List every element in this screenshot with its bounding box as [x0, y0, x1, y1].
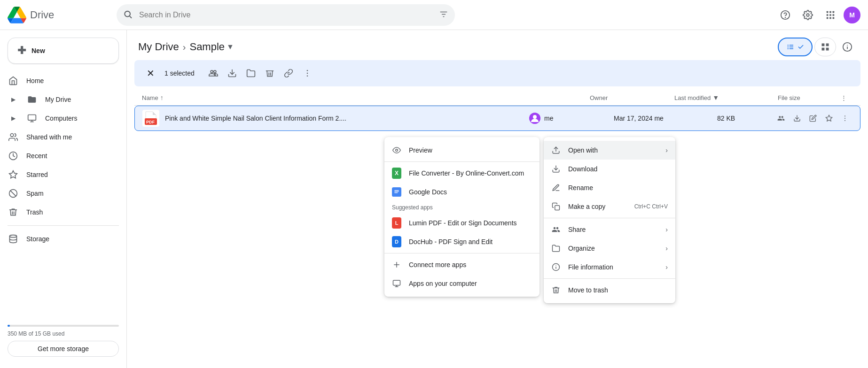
context-menu-organize[interactable]: Organize › [544, 239, 675, 258]
share-action-button[interactable] [204, 64, 223, 83]
rename-label: Rename [568, 184, 668, 192]
selection-actions [204, 64, 317, 83]
spam-icon [8, 189, 19, 198]
sidebar-item-storage-label: Storage [26, 235, 49, 243]
owner-avatar [529, 113, 540, 124]
sidebar-item-home[interactable]: Home [0, 71, 121, 90]
share-label: Share [568, 226, 658, 233]
file-more-button[interactable] [837, 111, 852, 126]
svg-rect-30 [826, 44, 829, 46]
context-menu-open-with[interactable]: Open with › [544, 141, 675, 160]
sidebar-item-shared[interactable]: Shared with me [0, 128, 121, 146]
context-menu-dochub[interactable]: D DocHub - PDF Sign and Edit [384, 232, 540, 251]
topbar: Drive [0, 0, 868, 30]
shared-icon [8, 132, 19, 142]
get-link-button[interactable] [279, 64, 298, 83]
svg-point-7 [806, 14, 809, 16]
move-to-trash-label: Move to trash [568, 286, 668, 294]
col-owner-header[interactable]: Owner [590, 94, 674, 101]
svg-rect-17 [28, 115, 36, 121]
svg-rect-29 [822, 44, 825, 46]
context-menu-make-copy[interactable]: Make a copy Ctrl+C Ctrl+V [544, 197, 675, 216]
context-menu-file-info[interactable]: File information › [544, 258, 675, 276]
sidebar-item-storage[interactable]: Storage [0, 230, 121, 248]
google-docs-icon [392, 187, 401, 197]
svg-rect-11 [827, 14, 829, 16]
menu-divider-2 [384, 253, 540, 253]
move-action-button[interactable] [242, 64, 260, 83]
context-menu-move-to-trash[interactable]: Move to trash [544, 281, 675, 299]
svg-point-37 [307, 70, 308, 71]
secondary-menu-divider-2 [544, 278, 675, 279]
svg-point-27 [788, 46, 789, 47]
open-with-arrow-icon: › [665, 146, 668, 154]
search-filter-icon[interactable] [439, 9, 448, 20]
context-menu-preview[interactable]: Preview [384, 141, 540, 160]
context-menu-connect-apps[interactable]: Connect more apps [384, 255, 540, 274]
svg-point-28 [788, 48, 789, 49]
share-arrow-icon: › [665, 226, 668, 233]
move-to-trash-icon [551, 285, 561, 295]
apps-computer-icon [392, 279, 401, 288]
svg-line-1 [130, 16, 132, 18]
context-menu-download[interactable]: Download [544, 160, 675, 178]
primary-context-menu: Preview X File Converter - By Online-Con… [384, 137, 540, 297]
col-more-icon: ⋮ [841, 94, 847, 101]
file-star-button[interactable] [821, 111, 837, 126]
deselect-button[interactable]: ✕ [142, 65, 159, 82]
open-with-label: Open with [568, 146, 658, 154]
grid-view-button[interactable] [814, 38, 836, 56]
help-button[interactable] [776, 6, 795, 24]
info-button[interactable] [838, 38, 857, 56]
list-view-button[interactable] [778, 38, 813, 56]
delete-action-button[interactable] [260, 64, 279, 83]
settings-button[interactable] [798, 6, 817, 24]
sidebar-item-my-drive[interactable]: ▶ My Drive [0, 90, 121, 109]
table-row[interactable]: PDF Pink and White Simple Nail Salon Cli… [134, 106, 860, 131]
svg-point-48 [845, 118, 845, 119]
owner-name: me [544, 115, 553, 122]
col-name-sort-icon: ↑ [160, 94, 164, 101]
breadcrumb-parent[interactable]: My Drive [138, 41, 179, 53]
sidebar-item-spam-label: Spam [26, 190, 44, 197]
sidebar-item-computers[interactable]: ▶ Computers [0, 109, 121, 128]
col-name-header[interactable]: Name ↑ [142, 94, 590, 101]
context-menu-apps-computer[interactable]: Apps on your computer [384, 274, 540, 293]
avatar[interactable]: M [844, 7, 860, 23]
download-label: Download [568, 165, 668, 173]
context-menu-google-docs[interactable]: Google Docs [384, 183, 540, 201]
sidebar-item-spam[interactable]: Spam [0, 184, 121, 203]
selected-count: 1 selected [164, 69, 195, 77]
new-button[interactable]: ✚ New [8, 38, 119, 64]
download-action-button[interactable] [223, 64, 242, 83]
svg-point-47 [845, 115, 845, 116]
search-input[interactable] [117, 4, 455, 26]
svg-rect-14 [827, 17, 829, 19]
file-share-button[interactable] [774, 111, 789, 126]
svg-point-49 [845, 120, 845, 121]
file-edit-button[interactable] [805, 111, 821, 126]
apps-button[interactable] [821, 6, 840, 24]
col-size-header[interactable]: File size [778, 94, 834, 101]
sidebar-item-recent[interactable]: Recent [0, 146, 121, 165]
context-menu-rename[interactable]: Rename [544, 178, 675, 197]
col-modified-header[interactable]: Last modified ▼ [674, 94, 778, 101]
svg-line-24 [10, 191, 16, 196]
context-menu-share[interactable]: Share › [544, 220, 675, 239]
breadcrumb-current[interactable]: Sample ▼ [189, 41, 234, 53]
context-menu-lumin[interactable]: L Lumin PDF - Edit or Sign Documents [384, 214, 540, 232]
context-menu-file-converter[interactable]: X File Converter - By Online-Convert.com [384, 164, 540, 183]
sidebar-item-trash[interactable]: Trash [0, 203, 121, 222]
preview-label: Preview [409, 146, 532, 154]
get-storage-button[interactable]: Get more storage [8, 341, 119, 357]
file-download-button[interactable] [790, 111, 805, 126]
connect-apps-icon [392, 260, 401, 269]
svg-rect-31 [822, 48, 825, 51]
more-actions-button[interactable] [298, 64, 317, 83]
sidebar-item-starred[interactable]: Starred [0, 165, 121, 184]
svg-rect-10 [833, 11, 835, 13]
col-more-header: ⋮ [834, 94, 853, 101]
menu-divider-1 [384, 161, 540, 162]
rename-icon [551, 183, 561, 192]
lumin-label: Lumin PDF - Edit or Sign Documents [409, 219, 532, 227]
